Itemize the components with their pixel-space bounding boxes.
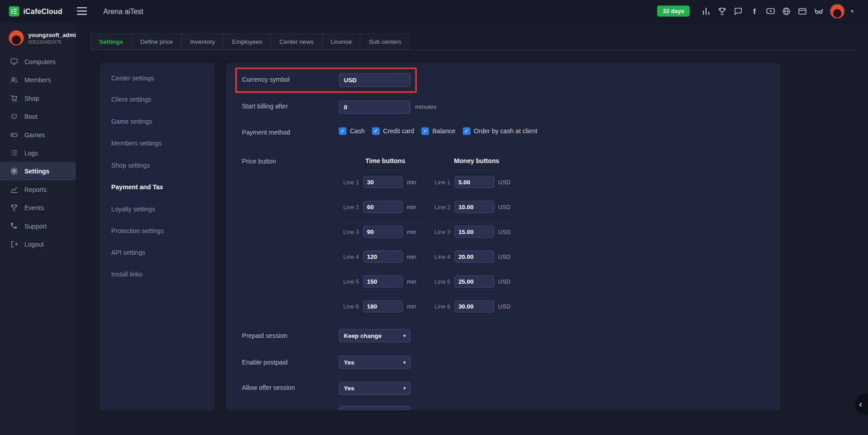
sidebar-item-games[interactable]: Games	[0, 126, 76, 144]
chevron-down-icon[interactable]: ▾	[851, 8, 854, 14]
allow-offer-session-select[interactable]: Yes ▾	[339, 382, 410, 395]
facebook-icon[interactable]: f	[750, 6, 760, 16]
unit-label: USD	[498, 303, 510, 310]
time-line-1-input[interactable]	[363, 176, 403, 188]
sidebar-item-logs[interactable]: Logs	[0, 144, 76, 162]
sidebar-item-computers[interactable]: Computers	[0, 52, 76, 70]
line-label: Line 5	[343, 278, 363, 285]
line-label: Line 2	[434, 204, 454, 210]
unit-label: min	[407, 229, 416, 235]
money-line-2-input[interactable]	[454, 201, 494, 213]
line-label: Line 6	[343, 303, 363, 310]
sidebar-item-support[interactable]: Support	[0, 217, 76, 235]
money-line-1-input[interactable]	[454, 176, 494, 188]
money-line-4-input[interactable]	[454, 251, 494, 263]
nav-item-protection-settings[interactable]: Protection settings	[99, 220, 215, 242]
trophy-icon[interactable]	[717, 6, 727, 16]
tab-inventory[interactable]: Inventory	[181, 33, 224, 50]
license-days-badge[interactable]: 32 days	[657, 5, 690, 16]
checkbox-checked-icon: ✓	[421, 127, 429, 135]
table-row: Line 6 min	[343, 294, 427, 319]
sidebar-item-events[interactable]: Events	[0, 199, 76, 217]
menu-icon[interactable]	[77, 7, 87, 15]
sidebar-item-settings[interactable]: Settings	[0, 162, 76, 180]
table-row: Line 6 USD	[434, 294, 519, 319]
brand-name: iCafeCloud	[23, 7, 62, 15]
sidebar-item-shop[interactable]: Shop	[0, 89, 76, 107]
checkbox-balance[interactable]: ✓ Balance	[421, 127, 455, 135]
nav-item-game-settings[interactable]: Game settings	[99, 111, 215, 132]
tab-employees[interactable]: Employees	[223, 33, 271, 50]
line-label: Line 3	[434, 229, 454, 235]
user-name: youngzsoft_admin	[28, 31, 80, 38]
sidebar-item-label: Logs	[24, 150, 38, 156]
price-button-label: Price button	[242, 158, 276, 165]
logout-icon	[10, 240, 18, 248]
tab-sub-centers[interactable]: Sub centers	[360, 33, 410, 50]
nav-item-loyalty-settings[interactable]: Loyalty settings	[99, 198, 215, 220]
sidebar-nav: Computers Members Shop Boot Games Logs	[0, 52, 76, 253]
money-line-5-input[interactable]	[454, 276, 494, 288]
enable-postpaid-select[interactable]: Yes ▾	[339, 355, 410, 369]
sidebar-item-label: Settings	[24, 168, 50, 175]
sidebar-item-label: Shop	[24, 95, 39, 102]
line-label: Line 2	[343, 204, 363, 210]
time-line-2-input[interactable]	[363, 201, 403, 213]
cart-icon	[10, 94, 18, 102]
prepaid-session-select[interactable]: Keep change ▾	[339, 329, 410, 342]
tab-define-price[interactable]: Define price	[132, 33, 182, 50]
time-line-6-input[interactable]	[363, 300, 403, 313]
table-row: Line 3 min	[343, 220, 427, 244]
gamepad-icon	[10, 131, 18, 139]
money-line-3-input[interactable]	[454, 226, 494, 238]
trophy-icon	[10, 204, 18, 212]
tab-license[interactable]: License	[322, 33, 361, 50]
nav-item-api-settings[interactable]: API settings	[99, 242, 215, 263]
table-row: Line 2 USD	[434, 195, 519, 220]
stats-icon[interactable]	[701, 6, 711, 16]
time-line-4-input[interactable]	[363, 251, 403, 263]
sidebar-item-reports[interactable]: Reports	[0, 180, 76, 198]
sidebar-user-info: youngzsoft_admin 005193482475	[28, 31, 80, 44]
checkbox-cash[interactable]: ✓ Cash	[339, 127, 364, 135]
money-line-6-input[interactable]	[454, 300, 494, 313]
globe-icon[interactable]	[782, 6, 792, 16]
unit-label: min	[407, 278, 416, 285]
nav-item-shop-settings[interactable]: Shop settings	[99, 154, 215, 176]
chat-icon[interactable]	[733, 6, 743, 16]
youtube-icon[interactable]	[765, 6, 775, 16]
table-row: Line 5 min	[343, 269, 427, 294]
sidebar-item-boot[interactable]: Boot	[0, 108, 76, 126]
sidebar-item-label: Boot	[24, 113, 38, 120]
enable-postpaid-label: Enable postpaid	[242, 359, 288, 366]
user-avatar[interactable]	[830, 4, 844, 19]
sidebar-avatar	[9, 30, 24, 45]
tab-center-news[interactable]: Center news	[271, 33, 323, 50]
sidebar-item-logout[interactable]: Logout	[0, 235, 76, 253]
nav-item-client-settings[interactable]: Client settings	[99, 89, 215, 111]
time-line-3-input[interactable]	[363, 226, 403, 238]
nav-item-payment-and-tax[interactable]: Payment and Tax	[99, 176, 215, 198]
brand-logo[interactable]: iCafeCloud	[9, 6, 62, 16]
sidebar-user-block[interactable]: youngzsoft_admin 005193482475	[0, 22, 76, 52]
checkbox-order-by-cash[interactable]: ✓ Order by cash at client	[462, 127, 537, 135]
nav-item-center-settings[interactable]: Center settings	[99, 67, 215, 89]
checkbox-credit-card[interactable]: ✓ Credit card	[372, 127, 414, 135]
chat-widget-button[interactable]: ‹	[855, 394, 868, 415]
start-billing-input[interactable]	[339, 100, 410, 114]
table-row: Line 1 USD	[434, 170, 519, 195]
start-billing-suffix: minutes	[415, 103, 436, 110]
user-id: 005193482475	[28, 39, 80, 44]
tab-settings[interactable]: Settings	[90, 33, 132, 50]
nav-item-members-settings[interactable]: Members settings	[99, 132, 215, 154]
glasses-icon[interactable]	[814, 6, 824, 16]
nav-item-install-links[interactable]: Install links	[99, 263, 215, 285]
unit-label: USD	[498, 204, 510, 210]
line-label: Line 1	[434, 179, 454, 186]
time-line-5-input[interactable]	[363, 276, 403, 288]
monitor-icon	[10, 57, 18, 65]
partial-input[interactable]	[339, 406, 410, 411]
sidebar-item-members[interactable]: Members	[0, 71, 76, 89]
currency-symbol-input[interactable]	[339, 73, 410, 87]
card-icon[interactable]	[797, 6, 807, 16]
